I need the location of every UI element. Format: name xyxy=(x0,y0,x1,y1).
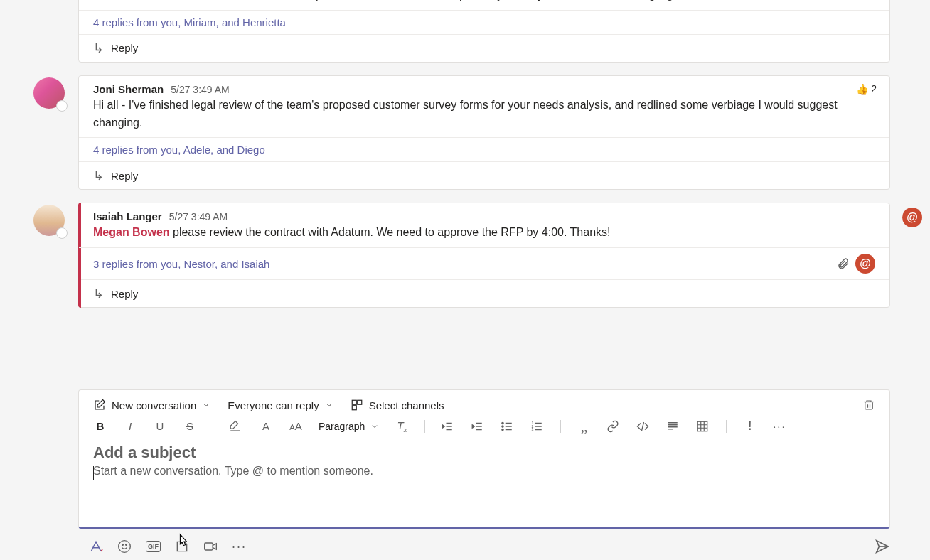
important-button[interactable]: ! xyxy=(742,419,757,434)
delete-button[interactable] xyxy=(862,399,875,411)
replies-summary[interactable]: 4 replies from you, Adele, and Diego xyxy=(79,137,889,161)
channels-icon xyxy=(351,399,363,411)
svg-point-6 xyxy=(502,429,503,430)
mention-badge-icon[interactable]: @ xyxy=(902,208,922,227)
separator xyxy=(424,420,425,433)
meet-now-button[interactable] xyxy=(203,539,218,554)
sticker-button[interactable] xyxy=(175,539,189,554)
subject-input[interactable]: Add a subject xyxy=(79,439,889,463)
message-timestamp: 5/27 3:49 AM xyxy=(171,84,230,95)
emoji-button[interactable] xyxy=(117,539,132,554)
paragraph-style-dropdown[interactable]: Paragraph xyxy=(319,421,379,432)
highlight-button[interactable] xyxy=(229,420,243,433)
font-color-button[interactable]: A xyxy=(259,420,273,432)
strikethrough-button[interactable]: S xyxy=(183,420,197,432)
quote-button[interactable]: „ xyxy=(577,423,591,430)
svg-point-12 xyxy=(122,544,124,546)
increase-indent-button[interactable] xyxy=(471,420,485,433)
svg-point-5 xyxy=(502,425,503,426)
new-conversation-dropdown[interactable]: New conversation xyxy=(93,399,210,411)
thumbs-up-icon: 👍 xyxy=(856,83,868,95)
avatar[interactable] xyxy=(33,205,65,236)
decrease-indent-button[interactable] xyxy=(441,420,455,433)
replies-summary[interactable]: 4 replies from you, Miriam, and Henriett… xyxy=(79,10,889,34)
replies-summary[interactable]: 3 replies from you, Nestor, and Isaiah @ xyxy=(79,247,889,279)
avatar[interactable] xyxy=(33,77,65,109)
horizontal-rule-button[interactable] xyxy=(666,420,680,433)
numbered-list-button[interactable]: 123 xyxy=(530,420,545,433)
separator xyxy=(560,420,561,433)
formatting-toolbar: B I U S A AA Paragraph Tx xyxy=(79,416,889,439)
link-button[interactable] xyxy=(606,420,621,433)
svg-point-11 xyxy=(119,541,131,553)
send-button[interactable] xyxy=(875,539,890,554)
clear-formatting-button[interactable]: Tx xyxy=(395,419,409,434)
svg-rect-0 xyxy=(352,400,356,404)
message-author[interactable]: Isaiah Langer xyxy=(93,210,162,222)
bold-button[interactable]: B xyxy=(93,420,107,432)
reaction-count: 2 xyxy=(871,83,877,95)
select-channels-button[interactable]: Select channels xyxy=(351,399,444,411)
table-button[interactable] xyxy=(696,420,710,433)
bullet-list-button[interactable] xyxy=(501,420,515,433)
svg-point-4 xyxy=(502,422,503,424)
svg-rect-3 xyxy=(865,402,873,410)
reply-button[interactable]: ↲ Reply xyxy=(79,279,889,307)
reply-button[interactable]: ↲ Reply xyxy=(79,161,889,189)
font-size-button[interactable]: AA xyxy=(289,420,303,432)
svg-rect-10 xyxy=(698,421,708,431)
format-button[interactable] xyxy=(89,539,103,554)
reply-arrow-icon: ↲ xyxy=(93,168,104,183)
presence-icon xyxy=(56,227,68,239)
mention-badge-icon[interactable]: @ xyxy=(855,254,875,274)
reply-permission-dropdown[interactable]: Everyone can reply xyxy=(228,399,333,411)
attachment-icon[interactable] xyxy=(837,257,850,270)
message-body-input[interactable]: Start a new conversation. Type @ to ment… xyxy=(79,463,889,520)
italic-button[interactable]: I xyxy=(123,420,137,432)
code-button[interactable] xyxy=(636,420,651,433)
svg-rect-1 xyxy=(357,400,361,404)
chevron-down-icon xyxy=(202,401,210,409)
reaction[interactable]: 👍 2 xyxy=(856,83,877,95)
svg-rect-2 xyxy=(352,406,356,410)
svg-point-13 xyxy=(126,544,127,546)
message-text: Hi all - I've finished legal review of t… xyxy=(93,97,875,132)
svg-text:3: 3 xyxy=(532,427,534,431)
compose-actions-bar: GIF ··· xyxy=(89,539,890,554)
compose-box: New conversation Everyone can reply Sele… xyxy=(78,389,890,529)
message-author[interactable]: Joni Sherman xyxy=(93,83,164,95)
presence-icon xyxy=(56,100,68,112)
message-timestamp: 5/27 3:49 AM xyxy=(169,211,228,222)
gif-button[interactable]: GIF xyxy=(146,541,161,552)
trash-icon xyxy=(862,399,875,411)
reply-button[interactable]: ↲ Reply xyxy=(79,34,889,62)
more-formatting-button[interactable]: ··· xyxy=(772,420,786,432)
chevron-down-icon xyxy=(370,422,379,431)
reply-arrow-icon: ↲ xyxy=(93,286,104,301)
message-text: comments in the notes column. I have a c… xyxy=(93,0,875,4)
compose-icon xyxy=(93,399,106,411)
separator xyxy=(726,420,727,433)
more-actions-button[interactable]: ··· xyxy=(232,539,247,554)
user-mention[interactable]: Megan Bowen xyxy=(93,226,170,238)
message-text: Megan Bowen please review the contract w… xyxy=(93,224,875,242)
underline-button[interactable]: U xyxy=(153,420,167,432)
separator xyxy=(213,420,213,433)
reply-arrow-icon: ↲ xyxy=(93,41,104,56)
svg-rect-14 xyxy=(205,543,213,550)
chevron-down-icon xyxy=(325,401,333,409)
